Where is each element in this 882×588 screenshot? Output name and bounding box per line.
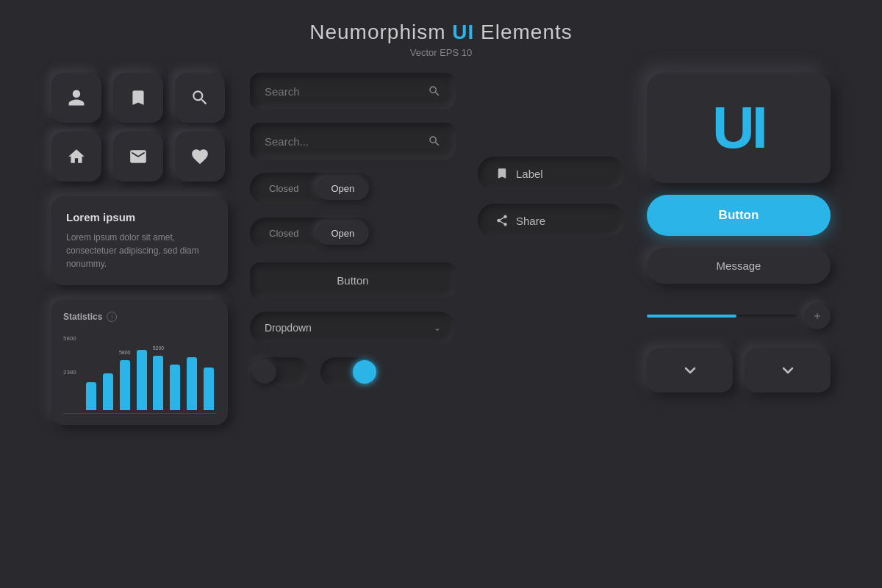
page-title: Neumorphism UI Elements [0,21,882,44]
right-column: UI Button Message [647,73,831,425]
share-icon [495,214,509,227]
bar-3-label: 5800 [119,350,131,355]
slider-thumb-icon [813,312,822,320]
share-text: Share [516,215,545,227]
slider-fill [647,315,736,318]
slider-row [647,295,831,337]
bookmark-icon [129,88,148,107]
switch-knob-off [253,360,276,384]
bookmark-icon-button[interactable] [113,73,163,123]
heart-icon-button[interactable] [175,132,225,182]
toggle-row-1: Closed Open [250,173,456,204]
search-icon [190,88,209,107]
ui-card: UI [647,73,831,183]
bookmark-label-icon [495,167,509,180]
mid-button[interactable]: Button [250,262,456,298]
blue-button[interactable]: Button [647,195,831,236]
bar-3: 5800 [120,360,130,410]
icon-grid [51,73,228,182]
bar-6 [170,365,180,410]
switch-knob-on [353,360,376,384]
middle-column: Closed Open Closed Open Button Dropdown … [250,73,456,425]
share-button[interactable]: Share [478,204,625,237]
home-icon-button[interactable] [51,132,101,182]
chevron-button-2[interactable] [745,348,831,392]
lorem-card: Lorem ipsum Lorem ipsum dolor sit amet, … [51,196,228,285]
search-bar-2-wrapper [250,123,456,159]
chart-baseline [63,413,216,414]
left-column: Lorem ipsum Lorem ipsum dolor sit amet, … [51,73,228,425]
slider-thumb-button[interactable] [804,303,831,329]
bar-1 [86,382,96,410]
info-icon[interactable]: i [107,312,117,322]
search-icon-1 [428,85,441,98]
mail-icon [129,147,148,166]
segmented-toggle-2: Closed Open [250,218,373,249]
toggle-row-2: Closed Open [250,218,456,249]
search-input-2[interactable] [265,135,420,148]
label-text: Label [516,168,543,180]
card-text: Lorem ipsum dolor sit amet, consectetuer… [66,231,213,270]
switch-off[interactable] [250,357,309,387]
dropdown[interactable]: Dropdown ⌄ [250,312,456,344]
user-icon [67,88,86,107]
y-label-low: 2380 [63,369,76,376]
bar-2 [103,373,113,410]
search-bar-2 [251,124,454,158]
bar-5: 5200 [153,356,163,410]
toggle2-closed[interactable]: Closed [254,222,313,245]
heart-icon [190,147,209,166]
switch-on[interactable] [320,357,379,387]
chevron-down-icon-2 [779,362,797,379]
toggle1-open[interactable]: Open [316,177,369,200]
main-content: Lorem ipsum Lorem ipsum dolor sit amet, … [0,73,882,425]
card-title: Lorem ipsum [66,211,213,223]
search-input-1[interactable] [265,85,420,98]
switch-row [250,357,456,387]
mail-icon-button[interactable] [113,132,163,182]
chevron-button-1[interactable] [647,348,733,392]
search-icon-button[interactable] [175,73,225,123]
subtitle: Vector EPS 10 [0,47,882,58]
dropdown-chevron-icon: ⌄ [434,323,441,333]
chart-container: 5800 2380 5800 5200 [63,329,216,410]
user-icon-button[interactable] [51,73,101,123]
header: Neumorphism UI Elements Vector EPS 10 [0,0,882,73]
title-post: Elements [474,21,573,43]
y-label-high: 5800 [63,335,76,342]
stats-header: Statistics i [63,312,216,322]
slider-track[interactable] [647,315,797,318]
stats-card: Statistics i 5800 2380 5800 5200 [51,300,228,425]
bar-5-label: 5200 [153,345,165,351]
dropdown-spacer [478,251,625,287]
search-icon-2 [428,135,441,148]
bar-4 [137,350,147,410]
switch-spacer [478,301,625,330]
mid-right-column: Label Share [478,157,625,425]
stats-title: Statistics [63,312,102,322]
label-button[interactable]: Label [478,157,625,190]
toggle2-open[interactable]: Open [316,222,369,245]
chevron-row [647,348,831,392]
bar-8 [204,368,214,410]
segmented-toggle-1: Closed Open [250,173,373,204]
toggle1-closed[interactable]: Closed [254,177,313,200]
title-accent: UI [452,21,474,43]
search-bar-1-wrapper [250,73,456,110]
title-pre: Neumorphism [309,21,452,43]
message-button[interactable]: Message [647,248,831,284]
search-bar-1 [251,74,454,108]
bar-7 [187,357,197,410]
chart-bars: 5800 5200 [84,350,216,410]
dropdown-label: Dropdown [265,322,312,334]
home-icon [67,147,86,166]
chevron-down-icon-1 [681,362,699,379]
ui-text: UI [712,98,765,157]
